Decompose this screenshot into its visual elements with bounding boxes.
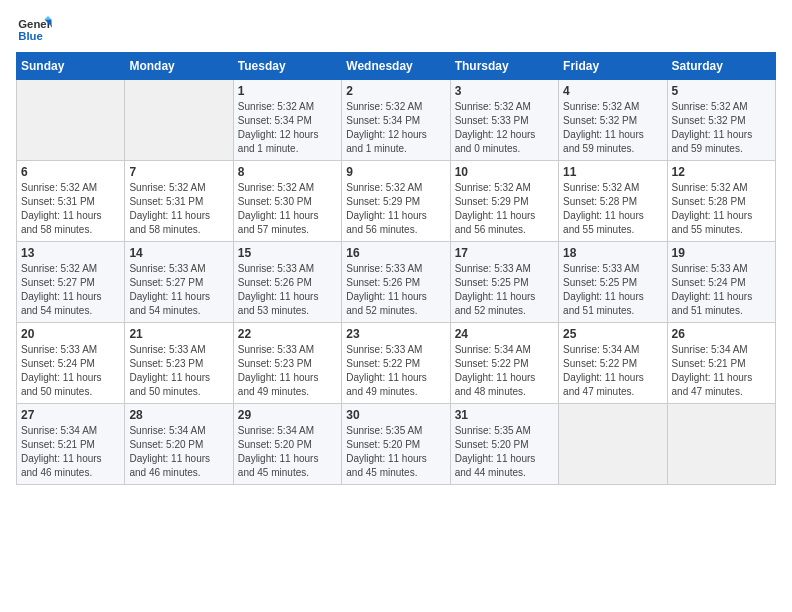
calendar-cell: 2Sunrise: 5:32 AMSunset: 5:34 PMDaylight… <box>342 80 450 161</box>
calendar-cell: 25Sunrise: 5:34 AMSunset: 5:22 PMDayligh… <box>559 323 667 404</box>
day-info: Sunrise: 5:32 AMSunset: 5:32 PMDaylight:… <box>672 100 771 156</box>
calendar-cell: 9Sunrise: 5:32 AMSunset: 5:29 PMDaylight… <box>342 161 450 242</box>
week-row-5: 27Sunrise: 5:34 AMSunset: 5:21 PMDayligh… <box>17 404 776 485</box>
day-number: 6 <box>21 165 120 179</box>
day-info: Sunrise: 5:32 AMSunset: 5:29 PMDaylight:… <box>455 181 554 237</box>
day-info: Sunrise: 5:33 AMSunset: 5:25 PMDaylight:… <box>563 262 662 318</box>
day-info: Sunrise: 5:32 AMSunset: 5:32 PMDaylight:… <box>563 100 662 156</box>
day-number: 8 <box>238 165 337 179</box>
calendar-cell <box>125 80 233 161</box>
calendar-cell <box>17 80 125 161</box>
column-header-thursday: Thursday <box>450 53 558 80</box>
calendar-cell: 20Sunrise: 5:33 AMSunset: 5:24 PMDayligh… <box>17 323 125 404</box>
day-info: Sunrise: 5:34 AMSunset: 5:22 PMDaylight:… <box>563 343 662 399</box>
day-info: Sunrise: 5:32 AMSunset: 5:31 PMDaylight:… <box>129 181 228 237</box>
day-info: Sunrise: 5:35 AMSunset: 5:20 PMDaylight:… <box>346 424 445 480</box>
column-header-friday: Friday <box>559 53 667 80</box>
day-number: 30 <box>346 408 445 422</box>
day-info: Sunrise: 5:33 AMSunset: 5:25 PMDaylight:… <box>455 262 554 318</box>
svg-text:Blue: Blue <box>18 30 43 42</box>
week-row-4: 20Sunrise: 5:33 AMSunset: 5:24 PMDayligh… <box>17 323 776 404</box>
calendar-cell: 17Sunrise: 5:33 AMSunset: 5:25 PMDayligh… <box>450 242 558 323</box>
day-info: Sunrise: 5:33 AMSunset: 5:26 PMDaylight:… <box>346 262 445 318</box>
day-info: Sunrise: 5:33 AMSunset: 5:24 PMDaylight:… <box>672 262 771 318</box>
week-row-2: 6Sunrise: 5:32 AMSunset: 5:31 PMDaylight… <box>17 161 776 242</box>
day-number: 4 <box>563 84 662 98</box>
day-info: Sunrise: 5:32 AMSunset: 5:34 PMDaylight:… <box>238 100 337 156</box>
day-number: 20 <box>21 327 120 341</box>
calendar-cell: 13Sunrise: 5:32 AMSunset: 5:27 PMDayligh… <box>17 242 125 323</box>
calendar-cell: 21Sunrise: 5:33 AMSunset: 5:23 PMDayligh… <box>125 323 233 404</box>
logo-icon: General Blue <box>16 16 52 44</box>
column-header-monday: Monday <box>125 53 233 80</box>
column-header-wednesday: Wednesday <box>342 53 450 80</box>
day-info: Sunrise: 5:32 AMSunset: 5:28 PMDaylight:… <box>563 181 662 237</box>
calendar-cell: 18Sunrise: 5:33 AMSunset: 5:25 PMDayligh… <box>559 242 667 323</box>
calendar-cell: 10Sunrise: 5:32 AMSunset: 5:29 PMDayligh… <box>450 161 558 242</box>
day-number: 15 <box>238 246 337 260</box>
calendar-cell <box>667 404 775 485</box>
day-number: 27 <box>21 408 120 422</box>
day-number: 2 <box>346 84 445 98</box>
calendar-cell: 16Sunrise: 5:33 AMSunset: 5:26 PMDayligh… <box>342 242 450 323</box>
calendar-cell: 27Sunrise: 5:34 AMSunset: 5:21 PMDayligh… <box>17 404 125 485</box>
week-row-3: 13Sunrise: 5:32 AMSunset: 5:27 PMDayligh… <box>17 242 776 323</box>
calendar-cell <box>559 404 667 485</box>
calendar-table: SundayMondayTuesdayWednesdayThursdayFrid… <box>16 52 776 485</box>
calendar-cell: 1Sunrise: 5:32 AMSunset: 5:34 PMDaylight… <box>233 80 341 161</box>
day-info: Sunrise: 5:34 AMSunset: 5:22 PMDaylight:… <box>455 343 554 399</box>
calendar-cell: 22Sunrise: 5:33 AMSunset: 5:23 PMDayligh… <box>233 323 341 404</box>
day-number: 17 <box>455 246 554 260</box>
day-number: 21 <box>129 327 228 341</box>
day-info: Sunrise: 5:34 AMSunset: 5:20 PMDaylight:… <box>238 424 337 480</box>
calendar-cell: 8Sunrise: 5:32 AMSunset: 5:30 PMDaylight… <box>233 161 341 242</box>
day-number: 26 <box>672 327 771 341</box>
logo: General Blue <box>16 16 52 44</box>
day-number: 28 <box>129 408 228 422</box>
day-info: Sunrise: 5:33 AMSunset: 5:23 PMDaylight:… <box>129 343 228 399</box>
day-info: Sunrise: 5:32 AMSunset: 5:27 PMDaylight:… <box>21 262 120 318</box>
calendar-cell: 14Sunrise: 5:33 AMSunset: 5:27 PMDayligh… <box>125 242 233 323</box>
calendar-cell: 26Sunrise: 5:34 AMSunset: 5:21 PMDayligh… <box>667 323 775 404</box>
day-number: 19 <box>672 246 771 260</box>
day-number: 9 <box>346 165 445 179</box>
day-number: 3 <box>455 84 554 98</box>
day-number: 11 <box>563 165 662 179</box>
calendar-cell: 28Sunrise: 5:34 AMSunset: 5:20 PMDayligh… <box>125 404 233 485</box>
calendar-cell: 15Sunrise: 5:33 AMSunset: 5:26 PMDayligh… <box>233 242 341 323</box>
calendar-cell: 4Sunrise: 5:32 AMSunset: 5:32 PMDaylight… <box>559 80 667 161</box>
calendar-cell: 23Sunrise: 5:33 AMSunset: 5:22 PMDayligh… <box>342 323 450 404</box>
calendar-cell: 11Sunrise: 5:32 AMSunset: 5:28 PMDayligh… <box>559 161 667 242</box>
day-info: Sunrise: 5:34 AMSunset: 5:21 PMDaylight:… <box>672 343 771 399</box>
header-row: SundayMondayTuesdayWednesdayThursdayFrid… <box>17 53 776 80</box>
day-info: Sunrise: 5:32 AMSunset: 5:31 PMDaylight:… <box>21 181 120 237</box>
column-header-tuesday: Tuesday <box>233 53 341 80</box>
page-header: General Blue <box>16 16 776 44</box>
day-info: Sunrise: 5:33 AMSunset: 5:26 PMDaylight:… <box>238 262 337 318</box>
day-number: 31 <box>455 408 554 422</box>
calendar-cell: 12Sunrise: 5:32 AMSunset: 5:28 PMDayligh… <box>667 161 775 242</box>
calendar-cell: 30Sunrise: 5:35 AMSunset: 5:20 PMDayligh… <box>342 404 450 485</box>
calendar-cell: 6Sunrise: 5:32 AMSunset: 5:31 PMDaylight… <box>17 161 125 242</box>
day-number: 1 <box>238 84 337 98</box>
calendar-cell: 3Sunrise: 5:32 AMSunset: 5:33 PMDaylight… <box>450 80 558 161</box>
day-number: 24 <box>455 327 554 341</box>
day-info: Sunrise: 5:32 AMSunset: 5:30 PMDaylight:… <box>238 181 337 237</box>
day-info: Sunrise: 5:32 AMSunset: 5:34 PMDaylight:… <box>346 100 445 156</box>
day-info: Sunrise: 5:34 AMSunset: 5:21 PMDaylight:… <box>21 424 120 480</box>
calendar-cell: 19Sunrise: 5:33 AMSunset: 5:24 PMDayligh… <box>667 242 775 323</box>
calendar-cell: 29Sunrise: 5:34 AMSunset: 5:20 PMDayligh… <box>233 404 341 485</box>
calendar-cell: 24Sunrise: 5:34 AMSunset: 5:22 PMDayligh… <box>450 323 558 404</box>
day-info: Sunrise: 5:33 AMSunset: 5:22 PMDaylight:… <box>346 343 445 399</box>
day-number: 7 <box>129 165 228 179</box>
day-info: Sunrise: 5:33 AMSunset: 5:27 PMDaylight:… <box>129 262 228 318</box>
day-info: Sunrise: 5:32 AMSunset: 5:29 PMDaylight:… <box>346 181 445 237</box>
day-number: 23 <box>346 327 445 341</box>
day-number: 5 <box>672 84 771 98</box>
day-number: 12 <box>672 165 771 179</box>
day-info: Sunrise: 5:32 AMSunset: 5:28 PMDaylight:… <box>672 181 771 237</box>
day-number: 18 <box>563 246 662 260</box>
day-info: Sunrise: 5:33 AMSunset: 5:24 PMDaylight:… <box>21 343 120 399</box>
day-number: 25 <box>563 327 662 341</box>
day-info: Sunrise: 5:34 AMSunset: 5:20 PMDaylight:… <box>129 424 228 480</box>
